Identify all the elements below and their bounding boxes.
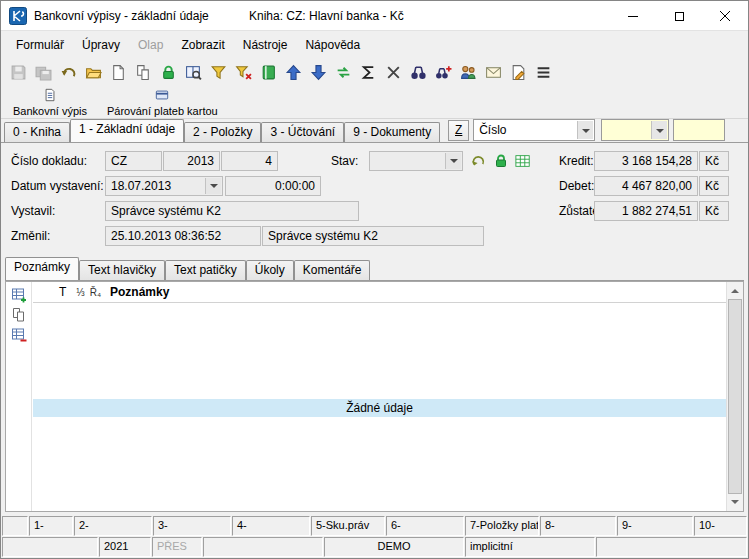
document-number-field[interactable]: 4	[221, 151, 278, 171]
page-tab-bar: 0 - Kniha 1 - Základní údaje 2 - Položky…	[1, 120, 748, 143]
status-cell-3: 3-	[153, 516, 231, 536]
find-icon[interactable]	[406, 60, 430, 84]
quick-filter-combo[interactable]	[601, 119, 669, 141]
menu-nastroje[interactable]: Nástroje	[234, 34, 297, 56]
issue-date-combo[interactable]: 18.07.2013	[105, 176, 223, 196]
status-cell-5: 5-Sku.práv	[311, 516, 385, 536]
bank-statement-icon	[43, 88, 57, 104]
notes-book-icon[interactable]	[256, 60, 280, 84]
maximize-button[interactable]	[656, 1, 702, 31]
card-payment-pairing-button[interactable]: Párování plateb kartou	[100, 87, 225, 118]
minimize-button[interactable]	[610, 1, 656, 31]
state-combo[interactable]	[369, 151, 463, 171]
status-cell-6: 6-	[386, 516, 464, 536]
issue-date-value: 18.07.2013	[111, 179, 171, 193]
tab-ukoly[interactable]: Úkoly	[246, 260, 294, 280]
cut-icon[interactable]	[381, 60, 405, 84]
menu-olap: Olap	[129, 34, 172, 56]
tab-komentare[interactable]: Komentáře	[294, 260, 371, 280]
issued-by-label: Vystavil:	[11, 204, 55, 218]
card-payment-pairing-label: Párování plateb kartou	[107, 105, 218, 117]
save-icon[interactable]	[6, 60, 30, 84]
z-button[interactable]: Z	[448, 120, 469, 141]
find-next-icon[interactable]	[431, 60, 455, 84]
scroll-down-icon[interactable]	[727, 494, 743, 511]
mail-icon[interactable]	[481, 60, 505, 84]
status-cell-7: 7-Položky plateb	[465, 516, 539, 536]
refresh-icon[interactable]	[331, 60, 355, 84]
status-cell-4: 4-	[232, 516, 310, 536]
debit-label: Debet:	[559, 179, 594, 193]
tab-zakladni-udaje[interactable]: 1 - Základní údaje	[70, 119, 184, 142]
chevron-down-icon[interactable]	[205, 178, 221, 194]
close-button[interactable]	[702, 1, 748, 31]
sort-field-combo[interactable]: Číslo	[473, 119, 595, 141]
contacts-icon[interactable]	[456, 60, 480, 84]
log-icon[interactable]	[506, 60, 530, 84]
menu-napoveda[interactable]: Nápověda	[296, 34, 369, 56]
scrollbar-thumb[interactable]	[728, 299, 742, 494]
book-code-field[interactable]: CZ	[105, 151, 162, 171]
grid-header: T ⅓ Ř₄ Poznámky	[33, 282, 726, 303]
quick-filter-input[interactable]	[673, 119, 725, 141]
grid-header-title[interactable]: Poznámky	[110, 285, 169, 299]
tab-uctovani[interactable]: 3 - Účtování	[261, 122, 344, 142]
undo-icon[interactable]	[56, 60, 80, 84]
tab-kniha[interactable]: 0 - Kniha	[4, 122, 70, 142]
posting-table-icon[interactable]	[514, 152, 532, 170]
status-implicit: implicitní	[465, 537, 595, 557]
copy-record-icon[interactable]	[10, 306, 28, 323]
notes-grid: T ⅓ Ř₄ Poznámky Žádné údaje	[5, 281, 744, 512]
revert-icon[interactable]	[469, 152, 487, 170]
menu-upravy[interactable]: Úpravy	[73, 34, 129, 56]
chevron-down-icon[interactable]	[577, 121, 593, 139]
empty-data-row[interactable]: Žádné údaje	[33, 399, 726, 417]
changed-by-label: Změnil:	[11, 229, 50, 243]
menu-icon[interactable]	[531, 60, 555, 84]
tab-poznamky[interactable]: Poznámky	[5, 257, 79, 280]
vertical-scrollbar[interactable]	[726, 282, 743, 511]
issue-time-field[interactable]: 0:00:00	[225, 176, 321, 196]
clear-filter-icon[interactable]	[231, 60, 255, 84]
chevron-down-icon[interactable]	[445, 153, 461, 169]
sort-mark-icon: ⅓	[76, 287, 84, 298]
credit-label: Kredit:	[559, 154, 594, 168]
status-cell	[2, 516, 28, 536]
tab-text-hlavicky[interactable]: Text hlavičky	[79, 260, 165, 280]
tab-text-paticky[interactable]: Text patičky	[165, 260, 246, 280]
add-record-icon[interactable]	[10, 286, 28, 303]
record-lock-icon[interactable]	[492, 152, 510, 170]
tab-dokumenty[interactable]: 9 - Dokumenty	[344, 122, 440, 142]
status-pres: PŘES	[152, 537, 202, 557]
scroll-up-icon[interactable]	[727, 282, 743, 299]
window-book-title: Kniha: CZ: Hlavní banka - Kč	[249, 9, 404, 23]
arrow-down-icon[interactable]	[306, 60, 330, 84]
new-document-icon[interactable]	[106, 60, 130, 84]
chevron-down-icon[interactable]	[651, 121, 667, 139]
window-title: Bankovní výpisy - základní údaje	[34, 9, 209, 23]
browse-book-icon[interactable]	[181, 60, 205, 84]
balance-value: 1 882 274,51	[594, 201, 698, 221]
arrow-up-icon[interactable]	[281, 60, 305, 84]
copy-icon[interactable]	[131, 60, 155, 84]
issued-by-field: Správce systému K2	[105, 201, 359, 221]
sum-icon[interactable]	[356, 60, 380, 84]
document-form: Číslo dokladu: CZ 2013 4 Stav: Kredit: 3…	[1, 143, 748, 257]
tab-polozky[interactable]: 2 - Položky	[184, 122, 261, 142]
window-controls	[610, 1, 748, 31]
locale-sort-mark-icon: Ř₄	[90, 287, 101, 298]
menu-formular[interactable]: Formulář	[7, 34, 73, 56]
filter-icon[interactable]	[206, 60, 230, 84]
delete-record-icon[interactable]	[10, 326, 28, 343]
status-year: 2021	[99, 537, 151, 557]
save-all-icon[interactable]	[31, 60, 55, 84]
app-window: Bankovní výpisy - základní údaje Kniha: …	[0, 0, 749, 559]
bank-statement-label: Bankovní výpis	[13, 105, 87, 117]
bank-statement-button[interactable]: Bankovní výpis	[6, 87, 94, 118]
open-icon[interactable]	[81, 60, 105, 84]
menu-zobrazit[interactable]: Zobrazit	[172, 34, 233, 56]
year-field[interactable]: 2013	[163, 151, 220, 171]
grid-header-type-column[interactable]: T	[59, 285, 66, 299]
k2-app-icon	[9, 7, 27, 25]
lock-icon[interactable]	[156, 60, 180, 84]
